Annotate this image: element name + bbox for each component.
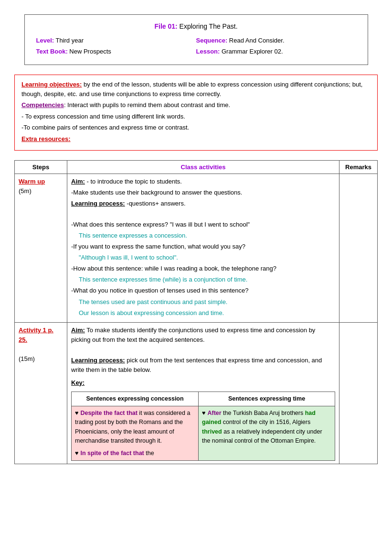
activity1-remarks-cell: [339, 322, 378, 464]
time-b1-mid1: the Turkish Baba Aruj brothers: [222, 410, 305, 416]
warmup-aim-label: Aim:: [71, 178, 85, 185]
table-row: Activity 1 p. 25. (15m) Aim: To make stu…: [15, 322, 378, 464]
competencies-line: Competencies: Interact with pupils to re…: [21, 100, 371, 110]
activity1-time: (15m): [19, 354, 63, 364]
conc-bullet1: ♥Despite the fact that it was considered…: [75, 409, 195, 446]
conc-b1-pre: Despite the fact that: [80, 410, 137, 416]
conc-b2-pre: In spite of the fact that: [80, 450, 144, 457]
time-bullet1: ♥After the Turkish Baba Aruj brothers ha…: [202, 409, 331, 446]
obj-line2: -To combine pairs of sentences and expre…: [21, 123, 371, 132]
warmup-q3: -How about this sentence: while I was re…: [71, 264, 335, 273]
warmup-q2: -If you want to express the same functio…: [71, 242, 335, 251]
warmup-a3: This sentence expresses time (while) is …: [79, 275, 335, 284]
table-row: Warm up (5m) Aim: - to introduce the top…: [15, 174, 378, 323]
sentences-table: Sentences expressing concession Sentence…: [71, 392, 335, 461]
warmup-remarks-cell: [339, 174, 378, 323]
warmup-a5: Our lesson is about expressing concessio…: [79, 308, 335, 318]
activity1-aim-line: Aim: To make students identify the conju…: [71, 326, 335, 345]
time-b1-post: control of the city in 1516, Algiers: [221, 419, 310, 425]
lesson-item: Lesson: Grammar Explorer 02.: [196, 48, 356, 55]
activity1-lp-label: Learning process:: [71, 357, 125, 364]
learning-objectives-label: Learning objectives:: [21, 81, 82, 88]
warmup-a4: The tenses used are past continuous and …: [79, 297, 335, 307]
extra-resources-line: Extra resources:: [21, 134, 371, 144]
warmup-a1: This sentence expresses a concession.: [79, 231, 335, 240]
time-b1-pre1: After: [207, 410, 221, 416]
activity1-aim-text: To make students identify the conjunctio…: [71, 326, 315, 343]
lesson-value: Grammar Explorer 02.: [220, 48, 283, 55]
warmup-q4: -What do you notice in question of tense…: [71, 286, 335, 295]
key-label: Key:: [71, 378, 335, 388]
warmup-title: Warm up: [19, 177, 63, 186]
textbook-item: Text Book: New Prospects: [36, 48, 196, 55]
objectives-line: Learning objectives: by the end of the l…: [21, 80, 371, 98]
competencies-label: Competencies: [21, 101, 64, 109]
warmup-time: (5m): [19, 186, 63, 196]
warmup-activities-cell: Aim: - to introduce the topic to student…: [67, 174, 339, 323]
main-table: Steps Class activities Remarks Warm up (…: [14, 160, 378, 464]
activity1-title: Activity 1 p. 25.: [19, 326, 63, 345]
textbook-value: New Prospects: [68, 48, 111, 55]
col-remarks-header: Remarks: [339, 161, 378, 174]
heart-icon2: ♥: [75, 450, 78, 457]
heart-icon: ♥: [75, 410, 78, 416]
col-steps-header: Steps: [15, 161, 67, 174]
time-header: Sentences expressing time: [199, 392, 335, 406]
warmup-aim-line: Aim: - to introduce the topic to student…: [71, 177, 335, 186]
header-box: File 01: Exploring The Past. Level: Thir…: [24, 14, 368, 65]
col-activities-header: Class activities: [67, 161, 339, 174]
level-label: Level:: [36, 37, 54, 44]
activity1-step-cell: Activity 1 p. 25. (15m): [15, 322, 67, 464]
conc-cell: ♥Despite the fact that it was considered…: [72, 406, 199, 461]
sequence-label: Sequence:: [196, 37, 228, 44]
file-value: Exploring The Past.: [178, 22, 238, 30]
time-cell: ♥After the Turkish Baba Aruj brothers ha…: [199, 406, 335, 461]
warmup-lp-text: -questions+ answers.: [125, 200, 186, 207]
warmup-a2: "Although I was ill, I went to school".: [79, 253, 335, 262]
warmup-lp-label: Learning process:: [71, 200, 125, 207]
time-b1-thrived: thrived: [202, 428, 222, 435]
sentences-row: ♥Despite the fact that it was considered…: [72, 406, 335, 461]
sequence-value: Read And Consider.: [227, 37, 284, 44]
obj-line1: - To express concession and time using d…: [21, 112, 371, 121]
textbook-label: Text Book:: [36, 48, 68, 55]
activity1-activities-cell: Aim: To make students identify the conju…: [67, 322, 339, 464]
warmup-aim-text: - to introduce the topic to students.: [85, 178, 182, 185]
objectives-box: Learning objectives: by the end of the l…: [14, 75, 378, 151]
conc-bullet2: ♥In spite of the fact that the: [75, 449, 195, 458]
warmup-step-cell: Warm up (5m): [15, 174, 67, 323]
lesson-label: Lesson:: [196, 48, 220, 55]
warmup-q1: -What does this sentence express? "I was…: [71, 220, 335, 229]
warmup-lp-line: Learning process: -questions+ answers.: [71, 199, 335, 208]
warmup-line1: -Make students use their background to a…: [71, 188, 335, 197]
header-grid: Level: Third year Sequence: Read And Con…: [36, 37, 356, 55]
conc-header: Sentences expressing concession: [72, 392, 199, 406]
file-label: File 01:: [154, 22, 177, 30]
heart-icon3: ♥: [202, 410, 205, 416]
header-title: File 01: Exploring The Past.: [36, 22, 356, 30]
activity1-lp-line: Learning process: pick out from the text…: [71, 356, 335, 375]
level-value: Third year: [54, 37, 84, 44]
level-item: Level: Third year: [36, 37, 196, 44]
conc-b2-post: the: [144, 450, 154, 457]
sequence-item: Sequence: Read And Consider.: [196, 37, 356, 44]
extra-resources-label: Extra resources:: [21, 135, 71, 142]
competencies-text: : Interact with pupils to remind them ab…: [64, 101, 230, 109]
activity1-aim-label: Aim:: [71, 326, 85, 334]
